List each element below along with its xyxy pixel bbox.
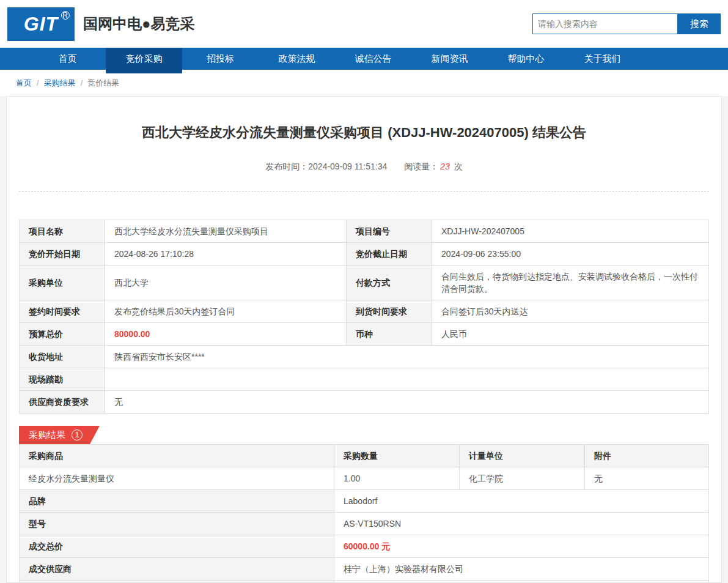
field-label: 付款方式 [347, 266, 432, 300]
article-meta: 发布时间：2024-09-09 11:51:34阅读量：23 次 [19, 162, 709, 173]
result-table: 采购商品 采购数量 计量单位 附件 经皮水分流失量测量仪 1.00 化工学院 无… [19, 444, 709, 583]
field-label: 成交总价 [20, 535, 334, 558]
brand-value: Labodorf [334, 490, 709, 513]
search-bar: 搜索 [532, 13, 721, 34]
page-header: GIT R 国网中电●易竞采 搜索 [0, 0, 728, 48]
field-label: 质保及售后服务 [20, 581, 334, 583]
field-value: 2024-09-06 23:55:00 [432, 243, 709, 266]
column-header: 计量单位 [460, 445, 585, 467]
product-attachment: 无 [585, 467, 709, 490]
column-header: 采购商品 [20, 445, 334, 467]
table-row: 项目名称 西北大学经皮水分流失量测量仪采购项目 项目编号 XDJJ-HW-202… [20, 220, 709, 243]
publish-time-value: 2024-09-09 11:51:34 [308, 162, 387, 171]
search-input[interactable] [532, 13, 678, 34]
table-row: 成交供应商 桂宁（上海）实验器材有限公司 [20, 558, 709, 581]
nav-item-policies[interactable]: 政策法规 [259, 48, 335, 70]
model-value: AS-VT150RSN [334, 513, 709, 535]
table-row: 采购单位 西北大学 付款方式 合同生效后，待货物到达指定地点、安装调试验收合格后… [20, 266, 709, 300]
field-label: 到货时间要求 [347, 300, 432, 323]
field-value: 西北大学 [105, 266, 347, 300]
field-label: 型号 [20, 513, 334, 535]
announcement-card: 西北大学经皮水分流失量测量仪采购项目 (XDJJ-HW-202407005) 结… [6, 96, 722, 583]
field-label: 采购单位 [20, 266, 105, 300]
field-value: 陕西省西安市长安区**** [105, 346, 709, 368]
breadcrumb-current: 竞价结果 [87, 78, 119, 89]
site-title: 国网中电●易竞采 [83, 14, 195, 34]
views-unit: 次 [454, 162, 463, 171]
field-value: 2024-08-26 17:10:28 [105, 243, 347, 266]
result-badge: 采购结果 1 [19, 426, 100, 444]
field-label: 签约时间要求 [20, 300, 105, 323]
registered-trademark-icon: R [61, 11, 70, 20]
table-row: 品牌 Labodorf [20, 490, 709, 513]
field-label: 预算总价 [20, 323, 105, 346]
nav-item-news[interactable]: 新闻资讯 [411, 48, 488, 70]
nav-item-integrity-notices[interactable]: 诚信公告 [335, 48, 411, 70]
field-value: 无 [105, 391, 709, 414]
breadcrumb: 首页 / 采购结果 / 竞价结果 [0, 70, 728, 96]
field-label: 币种 [347, 323, 432, 346]
field-value: 发布竞价结果后30天内签订合同 [105, 300, 347, 323]
field-label: 收货地址 [20, 346, 105, 368]
field-value: 合同签订后30天内送达 [432, 300, 709, 323]
table-row: 预算总价 80000.00 币种 人民币 [20, 323, 709, 346]
field-value: 人民币 [432, 323, 709, 346]
deal-total-price: 60000.00 元 [334, 535, 709, 558]
table-row: 签约时间要求 发布竞价结果后30天内签订合同 到货时间要求 合同签订后30天内送… [20, 300, 709, 323]
field-label: 项目名称 [20, 220, 105, 243]
main-nav: 首页 竞价采购 招投标 政策法规 诚信公告 新闻资讯 帮助中心 关于我们 [0, 48, 728, 70]
table-row: 收货地址 陕西省西安市长安区**** [20, 346, 709, 368]
product-unit: 化工学院 [460, 467, 585, 490]
table-row: 成交总价 60000.00 元 [20, 535, 709, 558]
views-label: 阅读量： [404, 162, 438, 171]
result-count-badge: 1 [72, 429, 83, 440]
field-label: 竞价截止日期 [347, 243, 432, 266]
product-name: 经皮水分流失量测量仪 [20, 467, 334, 490]
warranty-value: 操作培训及质保售后。质保及响应时效: 质保期:验收合格后1年。响应时效:即时响应… [334, 581, 709, 583]
breadcrumb-separator: / [37, 78, 39, 87]
nav-item-about-us[interactable]: 关于我们 [564, 48, 641, 70]
field-label: 成交供应商 [20, 558, 334, 581]
field-value: 西北大学经皮水分流失量测量仪采购项目 [105, 220, 347, 243]
breadcrumb-separator: / [81, 78, 83, 87]
budget-total-value: 80000.00 [105, 323, 347, 346]
result-badge-label: 采购结果 [29, 429, 65, 441]
search-button[interactable]: 搜索 [678, 13, 721, 34]
table-row: 竞价开始日期 2024-08-26 17:10:28 竞价截止日期 2024-0… [20, 243, 709, 266]
logo-text: GIT [24, 13, 58, 35]
page-body: 西北大学经皮水分流失量测量仪采购项目 (XDJJ-HW-202407005) 结… [0, 96, 728, 583]
table-row: 质保及售后服务 操作培训及质保售后。质保及响应时效: 质保期:验收合格后1年。响… [20, 581, 709, 583]
table-row: 供应商资质要求 无 [20, 391, 709, 414]
field-value: XDJJ-HW-202407005 [432, 220, 709, 243]
field-label: 项目编号 [347, 220, 432, 243]
table-row: 型号 AS-VT150RSN [20, 513, 709, 535]
breadcrumb-home-link[interactable]: 首页 [16, 78, 32, 89]
column-header: 采购数量 [334, 445, 460, 467]
column-header: 附件 [585, 445, 709, 467]
nav-item-help-center[interactable]: 帮助中心 [488, 48, 564, 70]
table-row: 现场踏勘 [20, 368, 709, 391]
field-value [105, 368, 709, 391]
site-logo[interactable]: GIT R [7, 7, 75, 41]
supplier-value: 桂宁（上海）实验器材有限公司 [334, 558, 709, 581]
field-label: 现场踏勘 [20, 368, 105, 391]
project-info-table: 项目名称 西北大学经皮水分流失量测量仪采购项目 项目编号 XDJJ-HW-202… [19, 220, 709, 414]
field-label: 品牌 [20, 490, 334, 513]
page-title: 西北大学经皮水分流失量测量仪采购项目 (XDJJ-HW-202407005) 结… [19, 124, 709, 142]
nav-item-tendering[interactable]: 招投标 [182, 48, 259, 70]
table-header-row: 采购商品 采购数量 计量单位 附件 [20, 445, 709, 467]
views-count: 23 [438, 162, 452, 171]
field-label: 供应商资质要求 [20, 391, 105, 414]
breadcrumb-section-link[interactable]: 采购结果 [44, 78, 76, 89]
nav-item-bidding-procurement[interactable]: 竞价采购 [106, 48, 182, 73]
dashed-divider [19, 191, 709, 191]
publish-time-label: 发布时间： [265, 162, 308, 171]
product-quantity: 1.00 [334, 467, 460, 490]
field-value: 合同生效后，待货物到达指定地点、安装调试验收合格后，一次性付清合同货款。 [432, 266, 709, 300]
field-label: 竞价开始日期 [20, 243, 105, 266]
table-row: 经皮水分流失量测量仪 1.00 化工学院 无 [20, 467, 709, 490]
nav-item-home[interactable]: 首页 [29, 48, 106, 70]
